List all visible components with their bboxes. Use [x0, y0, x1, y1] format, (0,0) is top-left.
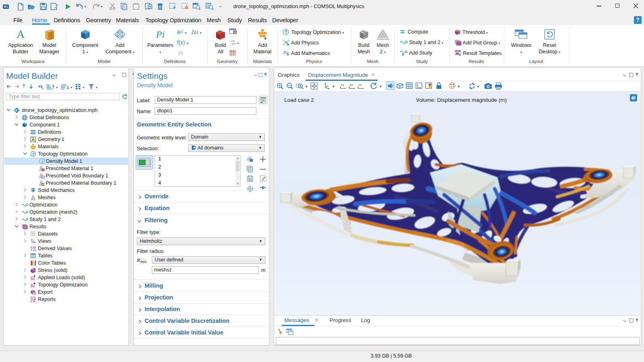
svg-text:?: ? [41, 160, 43, 164]
svg-text:e-12: e-12 [31, 248, 36, 251]
svg-text:xz: xz [359, 83, 362, 86]
svg-text:▾: ▾ [96, 86, 97, 89]
svg-text:▾: ▾ [237, 41, 239, 45]
svg-text:A: A [17, 28, 25, 40]
svg-text:▾: ▾ [71, 86, 72, 89]
svg-text:?: ? [285, 30, 287, 34]
svg-text:xy: xy [341, 83, 344, 86]
svg-text:▾: ▾ [83, 86, 84, 89]
svg-text:▾: ▾ [56, 86, 58, 89]
svg-text:?: ? [32, 152, 34, 156]
svg-text:yz: yz [350, 83, 353, 86]
svg-text:Pi: Pi [155, 29, 164, 40]
